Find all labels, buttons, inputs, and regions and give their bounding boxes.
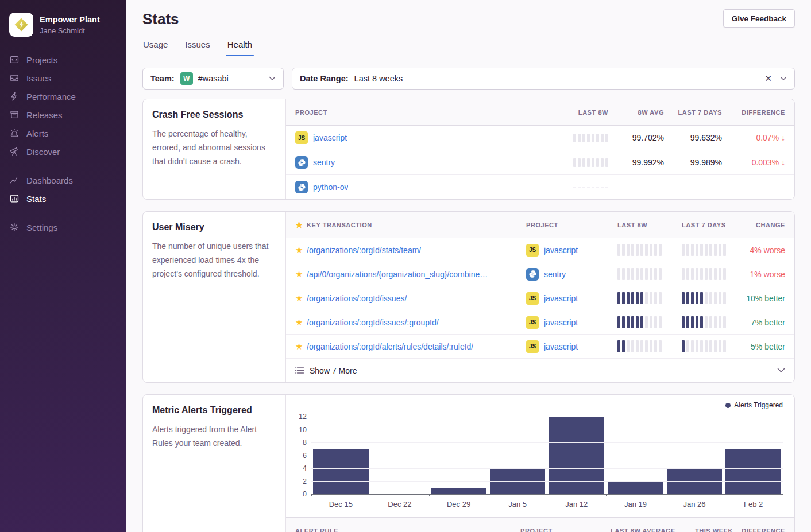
tab-health[interactable]: Health (227, 37, 253, 56)
sidebar-item-discover[interactable]: Discover (0, 142, 126, 161)
key-transaction-star-icon[interactable]: ★ (295, 293, 307, 304)
clear-date-icon[interactable]: ✕ (764, 73, 772, 84)
team-select[interactable]: Team: W #wasabi (142, 68, 284, 90)
crash-free-sessions-panel: Crash Free Sessions The percentage of he… (142, 99, 795, 200)
column-header: LAST 8W (539, 109, 608, 116)
difference-value: 0.07% ↓ (722, 133, 785, 142)
panel-title: Crash Free Sessions (152, 110, 276, 120)
sparkline (617, 340, 682, 352)
x-axis-label: Jan 26 (665, 500, 724, 508)
transaction-link[interactable]: /organizations/:orgId/issues/:groupId/ (307, 318, 439, 327)
tab-usage[interactable]: Usage (142, 37, 168, 56)
tab-issues[interactable]: Issues (184, 37, 210, 56)
key-transaction-star-icon[interactable]: ★ (295, 341, 307, 352)
last7-value: 99.989% (664, 158, 722, 167)
show-more-button[interactable]: Show 7 More (286, 358, 794, 382)
org-name: Empower Plant (40, 14, 100, 25)
transaction-link[interactable]: /organizations/:orgId/issues/ (307, 294, 407, 303)
sidebar-item-settings[interactable]: Settings (0, 218, 126, 236)
sidebar-item-issues[interactable]: Issues (0, 69, 126, 87)
team-avatar: W (180, 72, 193, 85)
sidebar-item-stats[interactable]: Stats (0, 189, 126, 208)
sparkline (682, 340, 746, 352)
x-axis-label: Dec 22 (370, 500, 430, 508)
user-misery-table-header: ★KEY TRANSACTIONPROJECTLAST 8WLAST 7 DAY… (286, 212, 794, 238)
sparkline (617, 316, 682, 328)
python-platform-icon (298, 183, 306, 192)
date-range-select[interactable]: Date Range: Last 8 weeks ✕ (292, 68, 795, 90)
panel-description: The percentage of healthy, errored, and … (152, 127, 276, 168)
axis-tick (724, 494, 724, 496)
sparkline (617, 268, 682, 280)
x-axis-label: Feb 2 (724, 500, 783, 508)
column-header: CHANGE (746, 222, 785, 228)
org-switcher[interactable]: Empower Plant Jane Schmidt (0, 8, 126, 51)
avg-value: 99.702% (608, 133, 664, 142)
performance-icon (9, 91, 20, 102)
user-misery-table: ★KEY TRANSACTIONPROJECTLAST 8WLAST 7 DAY… (286, 212, 794, 382)
gridline (311, 430, 783, 430)
alerts-triggered-chart: Alerts Triggered 024681012 Dec 15Dec 22D… (311, 417, 783, 508)
column-header: LAST 8W (617, 222, 682, 228)
project-link[interactable]: javascript (313, 133, 347, 142)
sidebar-item-alerts[interactable]: Alerts (0, 124, 126, 142)
crash-free-table-header: PROJECTLAST 8W8W AVGLAST 7 DAYSDIFFERENC… (286, 99, 794, 126)
last7-value: 99.632% (664, 133, 722, 142)
panel-description: Alerts triggered from the Alert Rules yo… (152, 422, 276, 450)
column-header: PROJECT (295, 109, 539, 116)
key-transaction-star-icon[interactable]: ★ (295, 245, 307, 255)
x-axis-label: Dec 29 (429, 500, 488, 508)
difference-value: 0.003% ↓ (722, 158, 785, 167)
user-misery-panel: User Misery The number of unique users t… (142, 211, 795, 383)
bar-dec-29[interactable] (431, 488, 486, 494)
project-link[interactable]: python-ov (313, 182, 348, 192)
project-link[interactable]: javascript (544, 294, 578, 303)
sidebar-item-label: Alerts (26, 129, 48, 138)
sparkline (573, 187, 608, 188)
sparkline (682, 316, 746, 328)
legend-dot-icon (725, 403, 731, 408)
arrow-down-icon: ↓ (781, 133, 785, 142)
javascript-platform-icon: JS (526, 316, 539, 329)
avg-value: – (608, 182, 664, 192)
y-axis-label: 0 (288, 490, 307, 498)
gridline (311, 417, 783, 417)
sidebar-nav: ProjectsIssuesPerformanceReleasesAlertsD… (0, 51, 126, 236)
column-header: LAST 7 DAYS (664, 109, 722, 116)
transaction-link[interactable]: /api/0/organizations/{organization_slug}… (307, 270, 488, 279)
project-link[interactable]: sentry (313, 158, 335, 167)
y-axis-label: 12 (288, 413, 307, 421)
app: Empower Plant Jane Schmidt ProjectsIssue… (0, 0, 811, 532)
panel-description: The number of unique users that experien… (152, 239, 276, 281)
sidebar-item-projects[interactable]: Projects (0, 51, 126, 69)
axis-tick (311, 494, 312, 496)
change-value: 5% better (746, 342, 785, 351)
transaction-link[interactable]: /organizations/:orgId/stats/team/ (307, 246, 421, 255)
sidebar-item-performance[interactable]: Performance (0, 87, 126, 106)
axis-tick (783, 494, 783, 496)
give-feedback-button[interactable]: Give Feedback (723, 9, 795, 28)
project-link[interactable]: javascript (544, 342, 578, 351)
project-link[interactable]: sentry (544, 270, 566, 279)
settings-icon (9, 222, 20, 232)
bar-jan-19[interactable] (608, 481, 663, 495)
project-link[interactable]: javascript (544, 246, 578, 255)
x-axis-label: Jan 12 (547, 500, 607, 508)
gridline (311, 456, 783, 456)
chart-legend[interactable]: Alerts Triggered (725, 401, 783, 409)
javascript-platform-icon: JS (526, 244, 539, 257)
axis-tick (606, 494, 607, 496)
project-link[interactable]: javascript (544, 318, 578, 327)
transaction-link[interactable]: /organizations/:orgId/alerts/rules/detai… (307, 342, 473, 351)
sidebar-item-releases[interactable]: Releases (0, 106, 126, 124)
y-axis-label: 6 (288, 452, 307, 460)
page-title: Stats (142, 10, 179, 28)
arrow-down-icon: ↓ (781, 158, 785, 167)
projects-icon (9, 55, 20, 65)
key-transaction-star-icon[interactable]: ★ (295, 317, 307, 328)
sparkline (682, 244, 746, 256)
table-row: ★/organizations/:orgId/issues/:groupId/J… (286, 310, 794, 335)
panel-title: Metric Alerts Triggered (152, 405, 276, 415)
key-transaction-star-icon[interactable]: ★ (295, 269, 307, 279)
sidebar-item-dashboards[interactable]: Dashboards (0, 171, 126, 189)
